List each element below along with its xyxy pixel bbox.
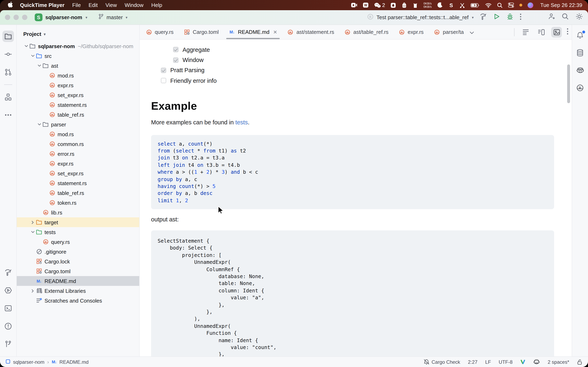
debug-button[interactable] — [506, 13, 514, 22]
copilot-status-icon[interactable] — [534, 359, 540, 365]
settings-gear-icon[interactable] — [575, 13, 583, 22]
spotify-icon[interactable]: S — [448, 2, 454, 8]
hidden-tabs-chevron-icon[interactable] — [470, 28, 474, 36]
tree-item-mod.rs[interactable]: Rmod.rs — [17, 71, 139, 80]
tree-chevron-down-icon[interactable] — [23, 45, 29, 47]
tree-item-common.rs[interactable]: Rcommon.rs — [17, 139, 139, 149]
battery-icon[interactable] — [470, 3, 480, 8]
tool-project-button[interactable] — [2, 31, 14, 42]
run-button[interactable] — [493, 13, 500, 22]
tree-item-sqlparser-nom[interactable]: sqlparser-nom~/Github/sqlparser-nom — [17, 41, 139, 51]
editor-split-view-button[interactable] — [536, 27, 546, 37]
run-configuration-selector[interactable]: R Test parser::table_ref::tests::t...abl… — [367, 13, 474, 21]
indent-widget[interactable]: 2 spaces* — [548, 359, 569, 365]
tool-run-button[interactable] — [2, 285, 14, 296]
tree-item-mod.rs[interactable]: Rmod.rs — [17, 129, 139, 139]
tree-item-ast[interactable]: ast — [17, 61, 139, 71]
tool-build-button[interactable] — [2, 267, 14, 278]
line-separator-widget[interactable]: LF — [485, 359, 491, 365]
telegram-icon[interactable]: W — [363, 2, 369, 8]
more-tool-windows-button[interactable] — [2, 109, 14, 121]
menubar-menu-window[interactable]: Window — [125, 2, 144, 8]
inspections-widget[interactable] — [520, 359, 526, 365]
tree-item-statement.rs[interactable]: Rstatement.rs — [17, 178, 139, 188]
menubar-menu-view[interactable]: View — [105, 2, 117, 8]
tree-chevron-down-icon[interactable] — [36, 123, 42, 125]
vcs-branch-widget[interactable]: master ▾ — [98, 13, 128, 21]
menubar-menu-file[interactable]: File — [72, 2, 81, 8]
tree-chevron-right-icon[interactable] — [30, 220, 35, 224]
tree-item-table-ref.rs[interactable]: Rtable_ref.rs — [17, 110, 139, 119]
menubar-app-name[interactable]: QuickTime Player — [20, 2, 65, 8]
editor-source-view-button[interactable] — [520, 27, 531, 37]
tab-parser-ta[interactable]: Rparser/ta — [429, 25, 469, 39]
tab-expr.rs[interactable]: Rexpr.rs — [393, 25, 429, 39]
screen-record-icon[interactable] — [351, 2, 357, 8]
do-not-disturb-moon-icon[interactable] — [437, 2, 443, 8]
siri-icon[interactable] — [527, 2, 533, 8]
control-center-icon[interactable] — [508, 2, 514, 8]
tree-item-cargo.lock[interactable]: Cargo.lock — [17, 257, 139, 266]
tab-query.rs[interactable]: Rquery.rs — [140, 25, 178, 39]
tree-item-.gitignore[interactable]: .gitignore — [17, 247, 139, 257]
tab-cargo.toml[interactable]: RCargo.toml — [178, 25, 224, 39]
close-window-button[interactable] — [5, 15, 10, 20]
caret-position-widget[interactable]: 2:27 — [468, 359, 477, 365]
scissors-icon[interactable] — [459, 2, 465, 8]
tool-problems-button[interactable] — [2, 320, 14, 332]
tool-terminal-button[interactable] — [2, 303, 14, 314]
tool-structure-button[interactable] — [2, 91, 14, 103]
tree-item-scratches-and-consoles[interactable]: Scratches and Consoles — [17, 296, 139, 305]
tab-close-icon[interactable]: ✕ — [273, 29, 277, 35]
more-actions-kebab-icon[interactable] — [520, 13, 521, 21]
tab-options-kebab-icon[interactable] — [567, 28, 568, 36]
tree-item-target[interactable]: target — [17, 217, 139, 227]
tree-item-error.rs[interactable]: Rerror.rs — [17, 149, 139, 159]
breadcrumb-file[interactable]: README.md — [60, 359, 89, 365]
tool-git-button[interactable] — [2, 338, 14, 350]
apple-menu-icon[interactable] — [7, 1, 13, 9]
editor-preview-view-button[interactable] — [551, 27, 562, 37]
tree-chevron-down-icon[interactable] — [30, 55, 35, 57]
tree-item-readme.md[interactable]: M↓README.md — [17, 276, 139, 286]
tree-item-cargo.toml[interactable]: RCargo.toml — [17, 266, 139, 276]
cargo-check-widget[interactable]: Cargo Check — [424, 359, 460, 365]
build-hammer-icon[interactable] — [479, 13, 487, 22]
zoom-window-button[interactable] — [22, 15, 27, 20]
tree-item-expr.rs[interactable]: Rexpr.rs — [17, 80, 139, 90]
menubar-menu-help[interactable]: Help — [151, 2, 162, 8]
tree-item-expr.rs[interactable]: Rexpr.rs — [17, 159, 139, 168]
tree-item-lib.rs[interactable]: Rlib.rs — [17, 208, 139, 217]
lock-widget[interactable] — [577, 359, 582, 365]
backpack-icon[interactable] — [401, 2, 407, 8]
project-widget[interactable]: S sqlparser-nom ▾ — [35, 13, 87, 21]
tree-chevron-right-icon[interactable] — [30, 289, 35, 292]
tree-item-statement.rs[interactable]: Rstatement.rs — [17, 100, 139, 110]
tree-item-query.rs[interactable]: Rquery.rs — [17, 237, 139, 247]
minimize-window-button[interactable] — [13, 15, 19, 20]
tree-chevron-down-icon[interactable] — [36, 64, 42, 67]
wechat-icon[interactable]: 2 — [374, 2, 385, 8]
tree-item-table-ref.rs[interactable]: Rtable_ref.rs — [17, 188, 139, 198]
tool-pull-requests-button[interactable] — [2, 67, 14, 78]
rust-tool-button[interactable]: R — [576, 84, 584, 93]
tree-item-tests[interactable]: tests — [17, 227, 139, 237]
tab-ast-table-ref.rs[interactable]: Rast/table_ref.rs — [339, 25, 393, 39]
tree-item-token.rs[interactable]: Rtoken.rs — [17, 198, 139, 208]
tab-readme.md[interactable]: M↓README.md✕ — [224, 25, 282, 39]
code-with-me-icon[interactable] — [548, 13, 555, 22]
tree-item-parser[interactable]: parser — [17, 119, 139, 129]
breadcrumb-project[interactable]: sqlparser-nom — [13, 359, 44, 365]
tree-item-set-expr.rs[interactable]: Rset_expr.rs — [17, 168, 139, 178]
project-panel-header[interactable]: Project ▾ — [17, 25, 139, 41]
cat-icon[interactable] — [412, 2, 418, 8]
wifi-icon[interactable] — [485, 3, 492, 8]
editor-scrollbar-thumb[interactable] — [567, 64, 570, 103]
search-everywhere-icon[interactable] — [562, 13, 569, 22]
notifications-bell-button[interactable] — [576, 31, 584, 41]
database-tool-button[interactable] — [576, 49, 584, 58]
menubar-menu-edit[interactable]: Edit — [89, 2, 98, 8]
flame-app-icon[interactable] — [390, 2, 396, 8]
tree-item-set-expr.rs[interactable]: Rset_expr.rs — [17, 90, 139, 100]
tree-chevron-down-icon[interactable] — [30, 231, 35, 233]
